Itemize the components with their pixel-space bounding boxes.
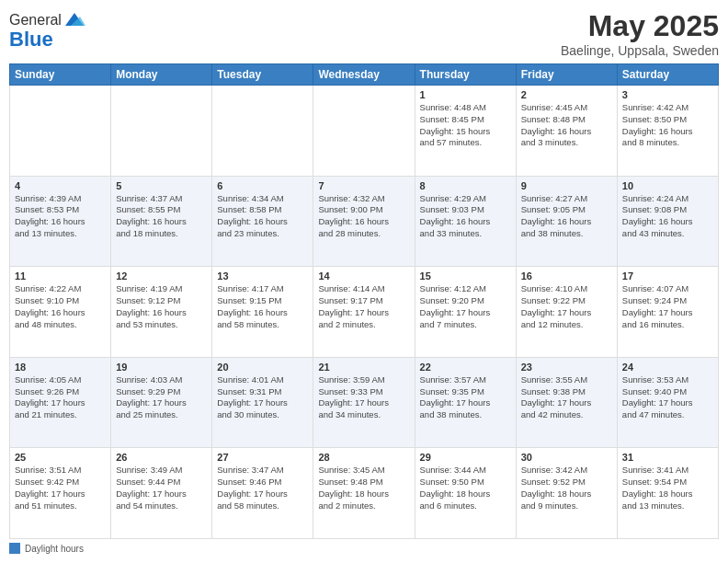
day-info: Sunrise: 4:17 AM Sunset: 9:15 PM Dayligh… bbox=[217, 283, 308, 330]
day-number: 7 bbox=[318, 180, 409, 191]
calendar-cell-w4-d7: 24Sunrise: 3:53 AM Sunset: 9:40 PM Dayli… bbox=[617, 357, 718, 448]
day-number: 16 bbox=[521, 270, 612, 282]
day-number: 12 bbox=[116, 270, 207, 282]
day-info: Sunrise: 3:42 AM Sunset: 9:52 PM Dayligh… bbox=[521, 465, 612, 511]
day-info: Sunrise: 4:12 AM Sunset: 9:20 PM Dayligh… bbox=[420, 283, 511, 330]
day-info: Sunrise: 3:53 AM Sunset: 9:40 PM Dayligh… bbox=[622, 374, 713, 421]
day-info: Sunrise: 3:49 AM Sunset: 9:44 PM Dayligh… bbox=[116, 465, 207, 511]
calendar-cell-w1-d1 bbox=[10, 86, 111, 177]
day-number: 31 bbox=[622, 452, 713, 463]
day-number: 11 bbox=[15, 270, 106, 282]
day-info: Sunrise: 4:42 AM Sunset: 8:50 PM Dayligh… bbox=[622, 102, 713, 149]
day-number: 25 bbox=[15, 452, 106, 463]
day-number: 20 bbox=[217, 362, 308, 373]
day-number: 9 bbox=[521, 180, 612, 191]
day-info: Sunrise: 4:14 AM Sunset: 9:17 PM Dayligh… bbox=[318, 283, 409, 330]
day-info: Sunrise: 4:32 AM Sunset: 9:00 PM Dayligh… bbox=[318, 193, 409, 240]
legend-label: Daylight hours bbox=[25, 544, 84, 554]
day-info: Sunrise: 4:39 AM Sunset: 8:53 PM Dayligh… bbox=[15, 193, 106, 240]
calendar-cell-w3-d3: 13Sunrise: 4:17 AM Sunset: 9:15 PM Dayli… bbox=[212, 267, 313, 358]
day-number: 21 bbox=[318, 362, 409, 373]
calendar-cell-w1-d5: 1Sunrise: 4:48 AM Sunset: 8:45 PM Daylig… bbox=[415, 86, 516, 177]
weekday-header-thursday: Thursday bbox=[415, 64, 516, 86]
logo-icon bbox=[63, 9, 85, 31]
weekday-header-tuesday: Tuesday bbox=[212, 64, 313, 86]
day-info: Sunrise: 3:57 AM Sunset: 9:35 PM Dayligh… bbox=[420, 374, 511, 421]
calendar-cell-w3-d1: 11Sunrise: 4:22 AM Sunset: 9:10 PM Dayli… bbox=[10, 267, 111, 358]
day-number: 23 bbox=[521, 362, 612, 373]
day-number: 22 bbox=[420, 362, 511, 373]
calendar-cell-w1-d6: 2Sunrise: 4:45 AM Sunset: 8:48 PM Daylig… bbox=[516, 86, 617, 177]
day-number: 4 bbox=[15, 180, 106, 191]
location: Baelinge, Uppsala, Sweden bbox=[561, 43, 719, 58]
day-info: Sunrise: 4:45 AM Sunset: 8:48 PM Dayligh… bbox=[521, 102, 612, 149]
day-info: Sunrise: 4:48 AM Sunset: 8:45 PM Dayligh… bbox=[420, 102, 511, 149]
calendar-cell-w2-d2: 5Sunrise: 4:37 AM Sunset: 8:55 PM Daylig… bbox=[111, 176, 212, 267]
day-info: Sunrise: 4:10 AM Sunset: 9:22 PM Dayligh… bbox=[521, 283, 612, 330]
logo-general-text: General bbox=[9, 12, 62, 29]
weekday-header-wednesday: Wednesday bbox=[313, 64, 415, 86]
day-info: Sunrise: 3:55 AM Sunset: 9:38 PM Dayligh… bbox=[521, 374, 612, 421]
day-number: 15 bbox=[420, 270, 511, 282]
day-info: Sunrise: 3:41 AM Sunset: 9:54 PM Dayligh… bbox=[622, 465, 713, 511]
day-number: 6 bbox=[217, 180, 308, 191]
day-info: Sunrise: 4:05 AM Sunset: 9:26 PM Dayligh… bbox=[15, 374, 106, 421]
calendar-cell-w2-d5: 8Sunrise: 4:29 AM Sunset: 9:03 PM Daylig… bbox=[415, 176, 516, 267]
day-number: 2 bbox=[521, 89, 612, 100]
day-number: 27 bbox=[217, 452, 308, 463]
month-title: May 2025 bbox=[561, 9, 719, 43]
week-row-2: 4Sunrise: 4:39 AM Sunset: 8:53 PM Daylig… bbox=[10, 176, 719, 267]
calendar-cell-w2-d1: 4Sunrise: 4:39 AM Sunset: 8:53 PM Daylig… bbox=[10, 176, 111, 267]
legend: Daylight hours bbox=[9, 543, 719, 554]
day-info: Sunrise: 4:24 AM Sunset: 9:08 PM Dayligh… bbox=[622, 193, 713, 240]
day-info: Sunrise: 3:45 AM Sunset: 9:48 PM Dayligh… bbox=[318, 465, 409, 511]
day-info: Sunrise: 4:34 AM Sunset: 8:58 PM Dayligh… bbox=[217, 193, 308, 240]
calendar-cell-w5-d1: 25Sunrise: 3:51 AM Sunset: 9:42 PM Dayli… bbox=[10, 448, 111, 539]
day-info: Sunrise: 3:59 AM Sunset: 9:33 PM Dayligh… bbox=[318, 374, 409, 421]
day-number: 14 bbox=[318, 270, 409, 282]
weekday-header-saturday: Saturday bbox=[617, 64, 718, 86]
day-info: Sunrise: 3:44 AM Sunset: 9:50 PM Dayligh… bbox=[420, 465, 511, 511]
calendar-cell-w1-d2 bbox=[111, 86, 212, 177]
day-info: Sunrise: 3:51 AM Sunset: 9:42 PM Dayligh… bbox=[15, 465, 106, 511]
day-number: 19 bbox=[116, 362, 207, 373]
calendar-cell-w5-d7: 31Sunrise: 3:41 AM Sunset: 9:54 PM Dayli… bbox=[617, 448, 718, 539]
calendar-cell-w1-d7: 3Sunrise: 4:42 AM Sunset: 8:50 PM Daylig… bbox=[617, 86, 718, 177]
calendar-cell-w3-d4: 14Sunrise: 4:14 AM Sunset: 9:17 PM Dayli… bbox=[313, 267, 415, 358]
day-number: 30 bbox=[521, 452, 612, 463]
day-number: 18 bbox=[15, 362, 106, 373]
day-info: Sunrise: 4:03 AM Sunset: 9:29 PM Dayligh… bbox=[116, 374, 207, 421]
calendar-cell-w3-d6: 16Sunrise: 4:10 AM Sunset: 9:22 PM Dayli… bbox=[516, 267, 617, 358]
calendar-cell-w5-d6: 30Sunrise: 3:42 AM Sunset: 9:52 PM Dayli… bbox=[516, 448, 617, 539]
calendar-cell-w4-d2: 19Sunrise: 4:03 AM Sunset: 9:29 PM Dayli… bbox=[111, 357, 212, 448]
calendar-cell-w4-d6: 23Sunrise: 3:55 AM Sunset: 9:38 PM Dayli… bbox=[516, 357, 617, 448]
week-row-5: 25Sunrise: 3:51 AM Sunset: 9:42 PM Dayli… bbox=[10, 448, 719, 539]
day-info: Sunrise: 4:07 AM Sunset: 9:24 PM Dayligh… bbox=[622, 283, 713, 330]
day-number: 1 bbox=[420, 89, 511, 100]
day-number: 5 bbox=[116, 180, 207, 191]
day-number: 3 bbox=[622, 89, 713, 100]
day-info: Sunrise: 4:27 AM Sunset: 9:05 PM Dayligh… bbox=[521, 193, 612, 240]
calendar-cell-w2-d6: 9Sunrise: 4:27 AM Sunset: 9:05 PM Daylig… bbox=[516, 176, 617, 267]
day-info: Sunrise: 4:19 AM Sunset: 9:12 PM Dayligh… bbox=[116, 283, 207, 330]
week-row-1: 1Sunrise: 4:48 AM Sunset: 8:45 PM Daylig… bbox=[10, 86, 719, 177]
day-info: Sunrise: 4:22 AM Sunset: 9:10 PM Dayligh… bbox=[15, 283, 106, 330]
day-number: 17 bbox=[622, 270, 713, 282]
week-row-3: 11Sunrise: 4:22 AM Sunset: 9:10 PM Dayli… bbox=[10, 267, 719, 358]
day-number: 28 bbox=[318, 452, 409, 463]
day-info: Sunrise: 3:47 AM Sunset: 9:46 PM Dayligh… bbox=[217, 465, 308, 511]
calendar-cell-w4-d5: 22Sunrise: 3:57 AM Sunset: 9:35 PM Dayli… bbox=[415, 357, 516, 448]
day-number: 24 bbox=[622, 362, 713, 373]
day-info: Sunrise: 4:29 AM Sunset: 9:03 PM Dayligh… bbox=[420, 193, 511, 240]
calendar-cell-w5-d3: 27Sunrise: 3:47 AM Sunset: 9:46 PM Dayli… bbox=[212, 448, 313, 539]
calendar-cell-w2-d3: 6Sunrise: 4:34 AM Sunset: 8:58 PM Daylig… bbox=[212, 176, 313, 267]
day-number: 29 bbox=[420, 452, 511, 463]
day-number: 26 bbox=[116, 452, 207, 463]
title-block: May 2025 Baelinge, Uppsala, Sweden bbox=[561, 9, 719, 58]
logo: General Blue bbox=[9, 9, 85, 52]
calendar-cell-w5-d5: 29Sunrise: 3:44 AM Sunset: 9:50 PM Dayli… bbox=[415, 448, 516, 539]
calendar-cell-w2-d7: 10Sunrise: 4:24 AM Sunset: 9:08 PM Dayli… bbox=[617, 176, 718, 267]
calendar-cell-w5-d2: 26Sunrise: 3:49 AM Sunset: 9:44 PM Dayli… bbox=[111, 448, 212, 539]
weekday-header-row: SundayMondayTuesdayWednesdayThursdayFrid… bbox=[10, 64, 719, 86]
calendar-cell-w4-d4: 21Sunrise: 3:59 AM Sunset: 9:33 PM Dayli… bbox=[313, 357, 415, 448]
